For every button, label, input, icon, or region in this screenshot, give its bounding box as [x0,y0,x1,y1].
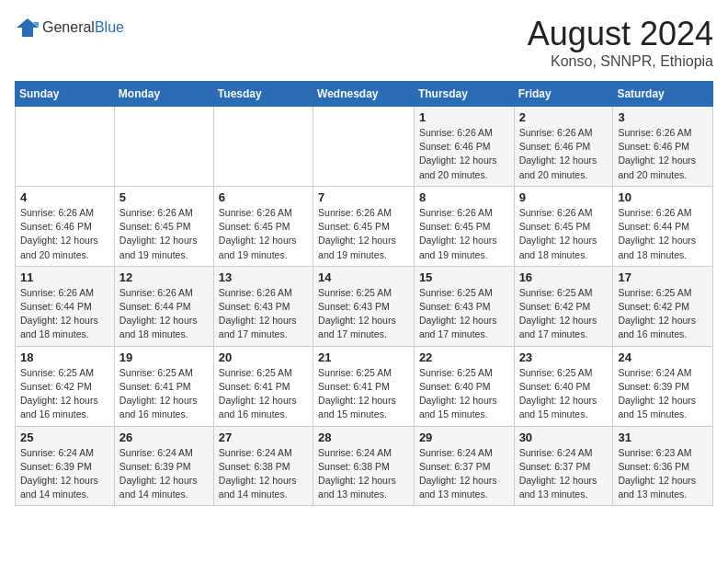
day-cell: 23Sunrise: 6:25 AM Sunset: 6:40 PM Dayli… [514,346,613,426]
day-info: Sunrise: 6:25 AM Sunset: 6:40 PM Dayligh… [419,366,509,422]
day-info: Sunrise: 6:25 AM Sunset: 6:41 PM Dayligh… [119,366,209,422]
day-info: Sunrise: 6:26 AM Sunset: 6:44 PM Dayligh… [20,286,109,342]
day-info: Sunrise: 6:26 AM Sunset: 6:45 PM Dayligh… [119,206,209,262]
logo-general-text: General [42,19,95,35]
week-row-5: 25Sunrise: 6:24 AM Sunset: 6:39 PM Dayli… [16,426,713,506]
day-number: 27 [219,431,308,444]
day-cell: 13Sunrise: 6:26 AM Sunset: 6:43 PM Dayli… [213,266,313,346]
day-info: Sunrise: 6:26 AM Sunset: 6:44 PM Dayligh… [618,206,708,262]
day-info: Sunrise: 6:26 AM Sunset: 6:45 PM Dayligh… [419,206,509,262]
day-info: Sunrise: 6:24 AM Sunset: 6:39 PM Dayligh… [618,366,708,422]
calendar-body: 1Sunrise: 6:26 AM Sunset: 6:46 PM Daylig… [16,107,713,506]
day-cell: 24Sunrise: 6:24 AM Sunset: 6:39 PM Dayli… [613,346,713,426]
day-number: 6 [219,190,308,204]
day-cell: 2Sunrise: 6:26 AM Sunset: 6:46 PM Daylig… [514,107,613,187]
day-number: 5 [119,190,209,204]
day-cell: 19Sunrise: 6:25 AM Sunset: 6:41 PM Dayli… [114,346,213,426]
day-info: Sunrise: 6:24 AM Sunset: 6:38 PM Dayligh… [219,446,308,502]
day-number: 30 [519,431,609,444]
day-cell: 12Sunrise: 6:26 AM Sunset: 6:44 PM Dayli… [114,266,213,346]
day-info: Sunrise: 6:25 AM Sunset: 6:43 PM Dayligh… [318,286,409,342]
day-number: 15 [419,270,509,284]
day-number: 22 [419,350,509,364]
day-info: Sunrise: 6:23 AM Sunset: 6:36 PM Dayligh… [618,446,708,502]
day-cell: 16Sunrise: 6:25 AM Sunset: 6:42 PM Dayli… [514,266,613,346]
week-row-1: 1Sunrise: 6:26 AM Sunset: 6:46 PM Daylig… [16,107,713,187]
day-cell: 8Sunrise: 6:26 AM Sunset: 6:45 PM Daylig… [414,186,514,266]
day-cell: 20Sunrise: 6:25 AM Sunset: 6:41 PM Dayli… [213,346,313,426]
day-cell: 7Sunrise: 6:26 AM Sunset: 6:45 PM Daylig… [313,186,415,266]
week-row-4: 18Sunrise: 6:25 AM Sunset: 6:42 PM Dayli… [16,346,713,426]
day-header-tuesday: Tuesday [213,82,313,107]
day-cell: 4Sunrise: 6:26 AM Sunset: 6:46 PM Daylig… [16,186,115,266]
day-number: 7 [318,190,409,204]
day-info: Sunrise: 6:24 AM Sunset: 6:39 PM Dayligh… [20,446,109,502]
calendar-table: SundayMondayTuesdayWednesdayThursdayFrid… [15,81,713,506]
day-cell [114,107,213,187]
day-cell: 22Sunrise: 6:25 AM Sunset: 6:40 PM Dayli… [414,346,514,426]
day-cell: 1Sunrise: 6:26 AM Sunset: 6:46 PM Daylig… [414,107,514,187]
day-header-saturday: Saturday [613,82,713,107]
day-number: 21 [318,350,409,364]
day-info: Sunrise: 6:26 AM Sunset: 6:45 PM Dayligh… [318,206,409,262]
day-cell: 26Sunrise: 6:24 AM Sunset: 6:39 PM Dayli… [114,426,213,506]
day-cell: 3Sunrise: 6:26 AM Sunset: 6:46 PM Daylig… [613,107,713,187]
day-cell: 29Sunrise: 6:24 AM Sunset: 6:37 PM Dayli… [414,426,514,506]
day-header-wednesday: Wednesday [313,82,415,107]
day-cell: 15Sunrise: 6:25 AM Sunset: 6:43 PM Dayli… [414,266,514,346]
day-info: Sunrise: 6:26 AM Sunset: 6:46 PM Dayligh… [20,206,109,262]
day-cell: 21Sunrise: 6:25 AM Sunset: 6:41 PM Dayli… [313,346,415,426]
day-info: Sunrise: 6:26 AM Sunset: 6:46 PM Dayligh… [618,126,708,182]
day-number: 2 [519,110,609,124]
day-cell: 31Sunrise: 6:23 AM Sunset: 6:36 PM Dayli… [613,426,713,506]
day-number: 13 [219,270,308,284]
day-number: 1 [419,110,509,124]
day-cell: 11Sunrise: 6:26 AM Sunset: 6:44 PM Dayli… [16,266,115,346]
day-info: Sunrise: 6:25 AM Sunset: 6:41 PM Dayligh… [219,366,308,422]
day-info: Sunrise: 6:24 AM Sunset: 6:37 PM Dayligh… [419,446,509,502]
day-cell: 5Sunrise: 6:26 AM Sunset: 6:45 PM Daylig… [114,186,213,266]
day-info: Sunrise: 6:24 AM Sunset: 6:37 PM Dayligh… [519,446,609,502]
day-number: 26 [119,431,209,444]
calendar-header: SundayMondayTuesdayWednesdayThursdayFrid… [16,82,713,107]
day-info: Sunrise: 6:26 AM Sunset: 6:46 PM Dayligh… [519,126,609,182]
day-cell [313,107,415,187]
week-row-2: 4Sunrise: 6:26 AM Sunset: 6:46 PM Daylig… [16,186,713,266]
day-info: Sunrise: 6:26 AM Sunset: 6:43 PM Dayligh… [219,286,308,342]
day-info: Sunrise: 6:25 AM Sunset: 6:41 PM Dayligh… [318,366,409,422]
day-number: 4 [20,190,109,204]
day-number: 3 [618,110,708,124]
day-number: 9 [519,190,609,204]
day-cell: 14Sunrise: 6:25 AM Sunset: 6:43 PM Dayli… [313,266,415,346]
day-cell [16,107,115,187]
day-number: 8 [419,190,509,204]
day-header-monday: Monday [114,82,213,107]
day-number: 19 [119,350,209,364]
day-number: 10 [618,190,708,204]
logo-icon [15,15,40,40]
day-cell: 27Sunrise: 6:24 AM Sunset: 6:38 PM Dayli… [213,426,313,506]
days-row: SundayMondayTuesdayWednesdayThursdayFrid… [16,82,713,107]
day-cell [213,107,313,187]
day-cell: 28Sunrise: 6:24 AM Sunset: 6:38 PM Dayli… [313,426,415,506]
day-number: 31 [618,431,708,444]
day-header-sunday: Sunday [16,82,115,107]
day-number: 20 [219,350,308,364]
title-block: August 2024 Konso, SNNPR, Ethiopia [528,15,713,70]
day-info: Sunrise: 6:26 AM Sunset: 6:45 PM Dayligh… [519,206,609,262]
day-number: 29 [419,431,509,444]
day-header-thursday: Thursday [414,82,514,107]
day-number: 14 [318,270,409,284]
day-cell: 17Sunrise: 6:25 AM Sunset: 6:42 PM Dayli… [613,266,713,346]
day-number: 11 [20,270,109,284]
day-number: 17 [618,270,708,284]
day-info: Sunrise: 6:24 AM Sunset: 6:39 PM Dayligh… [119,446,209,502]
day-number: 25 [20,431,109,444]
day-cell: 10Sunrise: 6:26 AM Sunset: 6:44 PM Dayli… [613,186,713,266]
day-number: 16 [519,270,609,284]
day-info: Sunrise: 6:26 AM Sunset: 6:45 PM Dayligh… [219,206,308,262]
svg-marker-1 [17,18,39,37]
day-info: Sunrise: 6:25 AM Sunset: 6:40 PM Dayligh… [519,366,609,422]
location: Konso, SNNPR, Ethiopia [528,53,713,70]
day-info: Sunrise: 6:24 AM Sunset: 6:38 PM Dayligh… [318,446,409,502]
